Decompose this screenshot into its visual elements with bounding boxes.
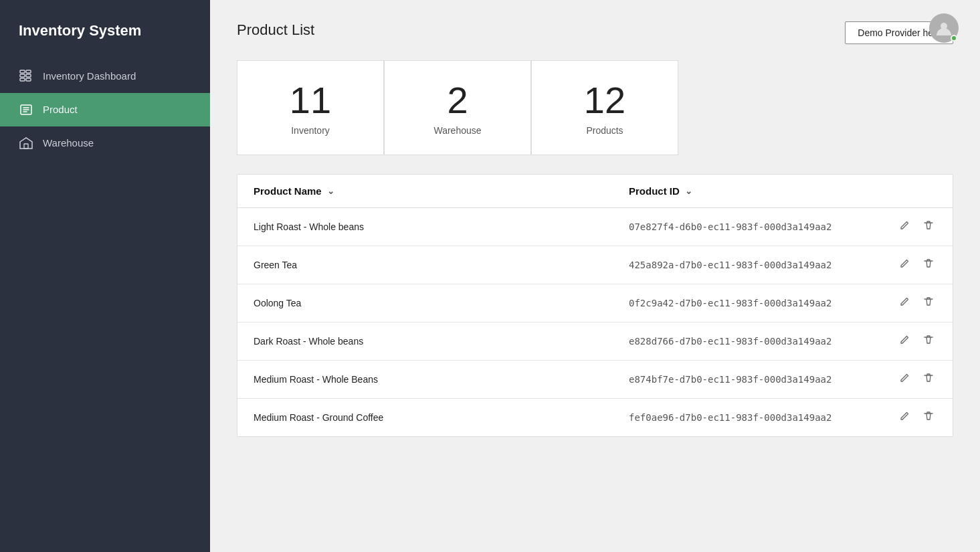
svg-rect-1 bbox=[20, 74, 25, 77]
stat-cards: 11 Inventory 2 Warehouse 12 Products bbox=[237, 60, 953, 155]
product-id: e874bf7e-d7b0-ec11-983f-000d3a149aa2 bbox=[629, 374, 883, 385]
sidebar-item-inventory-dashboard[interactable]: Inventory Dashboard bbox=[0, 60, 210, 93]
row-actions bbox=[883, 295, 937, 311]
main-content: Product List Demo Provider help 11 Inven… bbox=[210, 0, 980, 552]
inventory-count: 11 bbox=[290, 80, 331, 121]
product-id: e828d766-d7b0-ec11-983f-000d3a149aa2 bbox=[629, 336, 883, 347]
sidebar-nav: Inventory Dashboard Product Warehouse bbox=[0, 60, 210, 160]
stat-card-warehouse: 2 Warehouse bbox=[384, 60, 531, 155]
delete-button[interactable] bbox=[920, 371, 937, 387]
row-actions bbox=[883, 219, 937, 235]
product-name: Oolong Tea bbox=[254, 298, 629, 308]
table-row: Dark Roast - Whole beans e828d766-d7b0-e… bbox=[237, 323, 953, 361]
product-name: Light Roast - Whole beans bbox=[254, 221, 629, 232]
table-row: Medium Roast - Whole Beans e874bf7e-d7b0… bbox=[237, 361, 953, 399]
edit-button[interactable] bbox=[896, 257, 912, 273]
table-row: Green Tea 425a892a-d7b0-ec11-983f-000d3a… bbox=[237, 246, 953, 284]
table-body: Light Roast - Whole beans 07e827f4-d6b0-… bbox=[237, 208, 953, 436]
sidebar-item-label: Inventory Dashboard bbox=[43, 70, 136, 82]
row-actions bbox=[883, 409, 937, 426]
product-name: Dark Roast - Whole beans bbox=[254, 336, 629, 347]
dashboard-icon bbox=[19, 69, 33, 84]
table-header: Product Name ⌄ Product ID ⌄ bbox=[237, 175, 953, 208]
svg-rect-3 bbox=[26, 70, 31, 73]
online-indicator bbox=[951, 35, 957, 41]
sidebar-item-label: Warehouse bbox=[43, 137, 94, 149]
sidebar: Inventory System Inventory Dashboard bbox=[0, 0, 210, 552]
edit-button[interactable] bbox=[896, 295, 912, 311]
inventory-label: Inventory bbox=[291, 125, 330, 136]
col-header-id[interactable]: Product ID ⌄ bbox=[629, 185, 883, 197]
sidebar-item-product[interactable]: Product bbox=[0, 93, 210, 126]
svg-rect-5 bbox=[26, 78, 31, 81]
product-name: Green Tea bbox=[254, 260, 629, 270]
products-count: 12 bbox=[584, 80, 625, 121]
col-header-name[interactable]: Product Name ⌄ bbox=[254, 185, 629, 197]
avatar[interactable] bbox=[929, 13, 959, 43]
svg-rect-7 bbox=[24, 144, 28, 149]
product-icon bbox=[19, 102, 33, 117]
warehouse-icon bbox=[19, 136, 33, 151]
edit-button[interactable] bbox=[896, 409, 912, 426]
app-title: Inventory System bbox=[0, 0, 210, 60]
delete-button[interactable] bbox=[920, 219, 937, 235]
main-header: Product List Demo Provider help bbox=[237, 21, 953, 44]
product-id: 07e827f4-d6b0-ec11-983f-000d3a149aa2 bbox=[629, 221, 883, 232]
product-id: 0f2c9a42-d7b0-ec11-983f-000d3a149aa2 bbox=[629, 298, 883, 308]
sort-id-icon: ⌄ bbox=[685, 186, 692, 196]
row-actions bbox=[883, 257, 937, 273]
avatar-wrap bbox=[929, 13, 959, 43]
delete-button[interactable] bbox=[920, 333, 937, 349]
product-table: Product Name ⌄ Product ID ⌄ Light Roast … bbox=[237, 174, 953, 437]
delete-button[interactable] bbox=[920, 409, 937, 426]
sidebar-item-label: Product bbox=[43, 104, 78, 115]
svg-rect-4 bbox=[26, 74, 31, 77]
edit-button[interactable] bbox=[896, 371, 912, 387]
product-id: fef0ae96-d7b0-ec11-983f-000d3a149aa2 bbox=[629, 412, 883, 423]
products-label: Products bbox=[586, 125, 623, 136]
edit-button[interactable] bbox=[896, 219, 912, 235]
warehouse-count: 2 bbox=[447, 80, 468, 121]
delete-button[interactable] bbox=[920, 257, 937, 273]
product-id: 425a892a-d7b0-ec11-983f-000d3a149aa2 bbox=[629, 260, 883, 270]
stat-card-inventory: 11 Inventory bbox=[237, 60, 384, 155]
edit-button[interactable] bbox=[896, 333, 912, 349]
product-name: Medium Roast - Ground Coffee bbox=[254, 412, 629, 423]
svg-rect-2 bbox=[20, 78, 25, 81]
row-actions bbox=[883, 333, 937, 349]
table-row: Light Roast - Whole beans 07e827f4-d6b0-… bbox=[237, 208, 953, 246]
page-title: Product List bbox=[237, 21, 314, 39]
table-row: Medium Roast - Ground Coffee fef0ae96-d7… bbox=[237, 399, 953, 436]
row-actions bbox=[883, 371, 937, 387]
sort-name-icon: ⌄ bbox=[327, 186, 334, 196]
table-row: Oolong Tea 0f2c9a42-d7b0-ec11-983f-000d3… bbox=[237, 284, 953, 323]
product-name: Medium Roast - Whole Beans bbox=[254, 374, 629, 385]
warehouse-label: Warehouse bbox=[433, 125, 481, 136]
sidebar-item-warehouse[interactable]: Warehouse bbox=[0, 126, 210, 160]
stat-card-products: 12 Products bbox=[531, 60, 678, 155]
svg-rect-0 bbox=[20, 70, 25, 73]
delete-button[interactable] bbox=[920, 295, 937, 311]
